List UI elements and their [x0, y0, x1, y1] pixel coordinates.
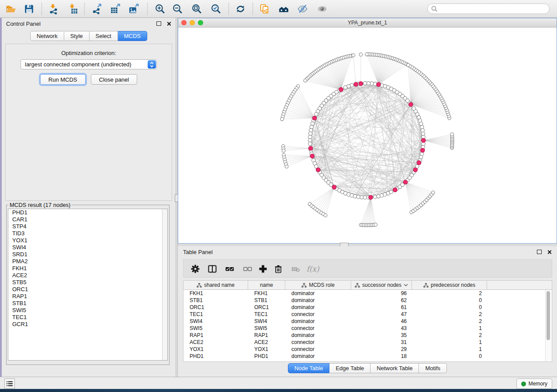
run-mcds-button[interactable]: Run MCDS	[40, 74, 86, 85]
gear-button[interactable]	[190, 264, 200, 274]
import-table-icon	[67, 3, 78, 14]
memory-label: Memory	[529, 381, 547, 387]
function-builder-button[interactable]: f(x)	[306, 264, 320, 274]
control-panel: Control Panel NetworkStyleSelectMCDS Opt…	[2, 18, 176, 377]
show-details-button[interactable]	[316, 3, 328, 14]
export-table-button[interactable]	[110, 3, 121, 14]
deselect-all-button[interactable]	[243, 264, 253, 274]
tab-edge-table[interactable]: Edge Table	[329, 363, 370, 373]
close-panel-button[interactable]: Close panel	[91, 74, 138, 85]
select-all-button[interactable]	[225, 264, 235, 274]
column-header-successor-nodes[interactable]: successor nodes	[351, 281, 412, 289]
table-row[interactable]: RAP1RAP1dominator352	[183, 332, 552, 339]
hide-details-button[interactable]	[297, 3, 308, 14]
zoom-out-icon	[172, 3, 183, 14]
close-panel-icon[interactable]	[547, 250, 552, 254]
list-item[interactable]: SWI4	[8, 244, 167, 251]
table-cell: PHD1	[183, 353, 248, 360]
columns-icon	[208, 265, 217, 273]
table-cell: dominator	[285, 297, 351, 304]
network-canvas[interactable]	[178, 28, 557, 243]
list-item[interactable]: TEC1	[8, 314, 167, 321]
tab-mcds[interactable]: MCDS	[118, 31, 147, 41]
table-row[interactable]: FKH1FKH1dominator962	[183, 290, 552, 297]
float-panel-icon[interactable]	[537, 250, 542, 254]
list-item[interactable]: STB5	[8, 279, 167, 286]
tab-network-table[interactable]: Network Table	[370, 363, 419, 373]
tab-select[interactable]: Select	[90, 31, 118, 41]
home-networks-button[interactable]	[278, 3, 289, 14]
task-history-button[interactable]	[4, 378, 15, 389]
import-network-button[interactable]	[48, 3, 59, 14]
refresh-layout-button[interactable]	[235, 3, 246, 14]
optimization-label: Optimization criterion:	[6, 50, 172, 56]
save-session-button[interactable]	[23, 3, 35, 14]
table-row[interactable]: TEC1TEC1connector472	[183, 311, 552, 318]
column-header-predecessor-nodes[interactable]: predecessor nodes	[412, 281, 487, 289]
list-scrollbar[interactable]	[162, 209, 168, 361]
list-item[interactable]: SWI5	[8, 307, 167, 314]
memory-button[interactable]: Memory	[516, 378, 552, 389]
export-image-button[interactable]	[128, 3, 139, 14]
column-header-shared-name[interactable]: shared name	[183, 281, 248, 289]
list-item[interactable]: PMA2	[8, 258, 167, 265]
mcds-options-panel: Optimization criterion: largest connecte…	[5, 44, 172, 201]
table-row[interactable]: ORC1ORC1dominator610	[183, 304, 552, 311]
dropdown-stepper-icon	[148, 60, 156, 69]
zoom-in-button[interactable]	[154, 3, 166, 14]
table-row[interactable]: ACE2ACE2connector311	[183, 339, 552, 346]
table-row[interactable]: PHD1PHD1dominator180	[183, 353, 552, 360]
column-header-MCDS-role[interactable]: MCDS role	[285, 281, 351, 289]
add-column-button[interactable]	[258, 264, 268, 274]
column-header-name[interactable]: name	[248, 281, 285, 289]
table-scrollbar[interactable]	[545, 290, 551, 361]
network-window-titlebar[interactable]: YPA_prune.txt_1	[178, 18, 557, 28]
list-item[interactable]: STB1	[8, 300, 167, 307]
eye-slash-icon	[297, 3, 308, 14]
search-input[interactable]	[437, 6, 549, 12]
close-panel-icon[interactable]	[166, 21, 171, 26]
list-item[interactable]: ORC1	[8, 286, 167, 293]
network-share-file-button[interactable]	[259, 3, 270, 14]
network-window-title: YPA_prune.txt_1	[178, 20, 557, 26]
table-panel-title: Table Panel	[183, 249, 213, 255]
list-item[interactable]: YOX1	[8, 237, 167, 244]
list-item[interactable]: ACE2	[8, 272, 167, 279]
open-file-button[interactable]	[5, 3, 17, 14]
list-item[interactable]: STP4	[8, 223, 167, 230]
import-table-button[interactable]	[67, 3, 78, 14]
list-item[interactable]: GCR1	[8, 321, 167, 328]
network-graph[interactable]	[178, 28, 557, 243]
list-item[interactable]: SRD1	[8, 251, 167, 258]
table-row[interactable]: SWI4SWI4dominator462	[183, 318, 552, 325]
columns-button[interactable]	[208, 264, 217, 274]
float-panel-icon[interactable]	[156, 21, 161, 26]
tab-node-table[interactable]: Node Table	[288, 363, 330, 373]
scrollbar-thumb[interactable]	[547, 291, 550, 340]
tab-motifs[interactable]: Motifs	[419, 363, 447, 373]
table-cell: 0	[412, 297, 487, 304]
export-table-icon	[110, 3, 121, 14]
table-row[interactable]: SWI5SWI5connector431	[183, 325, 552, 332]
delete-table-button[interactable]	[291, 264, 301, 274]
list-item[interactable]: PHD1	[8, 209, 167, 216]
zoom-out-button[interactable]	[172, 3, 183, 14]
tab-style[interactable]: Style	[64, 31, 90, 41]
table-cell: YOX1	[183, 346, 248, 353]
list-item[interactable]: FKH1	[8, 265, 167, 272]
criterion-dropdown[interactable]: largest connected component (undirected)	[21, 59, 157, 69]
export-image-icon	[128, 3, 139, 14]
list-item[interactable]: TID3	[8, 230, 167, 237]
export-network-button[interactable]	[91, 3, 103, 14]
open-folder-icon	[6, 3, 17, 14]
list-item[interactable]: CAR1	[8, 216, 167, 223]
list-item[interactable]: RAP1	[8, 293, 167, 300]
control-panel-title: Control Panel	[6, 21, 41, 27]
delete-column-button[interactable]	[273, 264, 283, 274]
zoom-selected-button[interactable]	[210, 3, 221, 14]
tab-network[interactable]: Network	[30, 31, 64, 41]
zoom-fit-button[interactable]	[191, 3, 202, 14]
table-row[interactable]: YOX1YOX1connector291	[183, 346, 552, 353]
table-cell: 18	[351, 353, 412, 360]
table-row[interactable]: STB1STB1dominator620	[183, 297, 552, 304]
